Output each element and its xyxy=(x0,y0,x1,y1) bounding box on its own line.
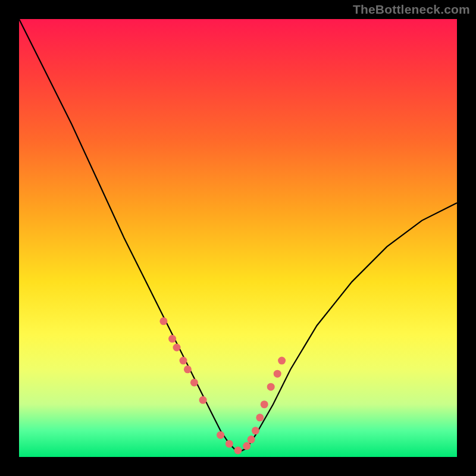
highlight-dot xyxy=(226,440,233,447)
highlight-dot xyxy=(261,400,268,408)
highlight-dot xyxy=(248,436,255,443)
highlight-dot xyxy=(190,378,198,386)
highlight-dot xyxy=(168,335,176,343)
highlight-dot xyxy=(180,357,187,365)
highlight-dot xyxy=(217,431,224,439)
plot-area xyxy=(19,19,457,457)
highlight-dot xyxy=(274,370,281,378)
dots-layer xyxy=(159,317,286,454)
watermark-text: TheBottleneck.com xyxy=(353,2,470,17)
highlight-dot xyxy=(199,396,207,404)
curve-layer xyxy=(19,19,457,453)
highlight-dot xyxy=(252,427,259,434)
highlight-dot xyxy=(278,357,286,365)
highlight-dot xyxy=(256,414,264,421)
chart-frame: TheBottleneck.com xyxy=(0,0,476,476)
highlight-dot xyxy=(243,442,250,450)
bottleneck-curve xyxy=(19,19,457,453)
highlight-dot xyxy=(173,344,181,352)
highlight-dot xyxy=(234,447,242,455)
chart-svg xyxy=(19,19,457,457)
highlight-dot xyxy=(267,383,275,391)
highlight-dot xyxy=(159,317,167,325)
highlight-dot xyxy=(184,365,192,373)
